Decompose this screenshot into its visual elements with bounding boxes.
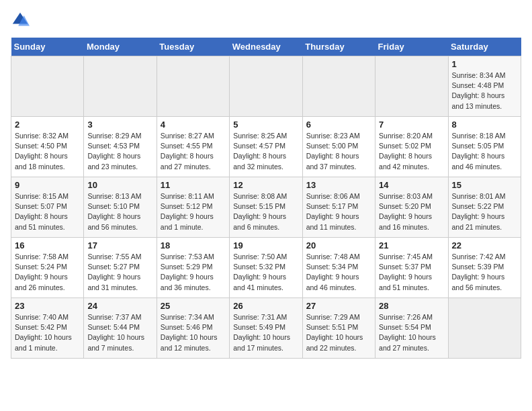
day-info: Sunrise: 7:48 AM Sunset: 5:34 PM Dayligh… <box>306 252 371 293</box>
day-info: Sunrise: 8:01 AM Sunset: 5:22 PM Dayligh… <box>452 191 517 232</box>
calendar-cell: 25Sunrise: 7:34 AM Sunset: 5:46 PM Dayli… <box>157 298 229 359</box>
day-info: Sunrise: 8:11 AM Sunset: 5:12 PM Dayligh… <box>161 191 226 232</box>
day-info: Sunrise: 8:18 AM Sunset: 5:05 PM Dayligh… <box>452 131 517 172</box>
calendar-cell <box>375 56 448 117</box>
calendar-cell: 27Sunrise: 7:29 AM Sunset: 5:51 PM Dayli… <box>302 298 375 359</box>
day-info: Sunrise: 7:40 AM Sunset: 5:42 PM Dayligh… <box>15 312 80 353</box>
calendar-cell: 17Sunrise: 7:55 AM Sunset: 5:27 PM Dayli… <box>84 238 157 298</box>
calendar-cell: 7Sunrise: 8:20 AM Sunset: 5:02 PM Daylig… <box>375 117 448 177</box>
calendar-cell: 24Sunrise: 7:37 AM Sunset: 5:44 PM Dayli… <box>84 298 157 359</box>
calendar-cell: 23Sunrise: 7:40 AM Sunset: 5:42 PM Dayli… <box>11 298 84 359</box>
day-info: Sunrise: 8:03 AM Sunset: 5:20 PM Dayligh… <box>379 191 444 232</box>
calendar-cell: 10Sunrise: 8:13 AM Sunset: 5:10 PM Dayli… <box>84 177 157 238</box>
day-info: Sunrise: 8:34 AM Sunset: 4:48 PM Dayligh… <box>452 71 517 111</box>
day-number: 1 <box>452 59 517 69</box>
day-info: Sunrise: 8:27 AM Sunset: 4:55 PM Dayligh… <box>161 131 226 172</box>
day-number: 9 <box>15 180 80 190</box>
day-info: Sunrise: 7:58 AM Sunset: 5:24 PM Dayligh… <box>15 252 80 293</box>
day-number: 12 <box>233 180 298 190</box>
day-info: Sunrise: 7:34 AM Sunset: 5:46 PM Dayligh… <box>161 312 226 353</box>
day-info: Sunrise: 8:20 AM Sunset: 5:02 PM Dayligh… <box>379 131 444 172</box>
calendar-cell <box>230 56 302 117</box>
day-info: Sunrise: 7:31 AM Sunset: 5:49 PM Dayligh… <box>233 312 298 353</box>
week-row-3: 9Sunrise: 8:15 AM Sunset: 5:07 PM Daylig… <box>11 177 521 238</box>
day-header-sunday: Sunday <box>11 38 84 56</box>
calendar-cell: 1Sunrise: 8:34 AM Sunset: 4:48 PM Daylig… <box>448 56 521 117</box>
day-info: Sunrise: 7:55 AM Sunset: 5:27 PM Dayligh… <box>87 252 152 293</box>
calendar-cell: 2Sunrise: 8:32 AM Sunset: 4:50 PM Daylig… <box>11 117 84 177</box>
day-number: 19 <box>233 240 298 250</box>
day-number: 15 <box>452 180 517 190</box>
day-info: Sunrise: 8:23 AM Sunset: 5:00 PM Dayligh… <box>306 131 371 172</box>
calendar-cell: 6Sunrise: 8:23 AM Sunset: 5:00 PM Daylig… <box>302 117 375 177</box>
day-info: Sunrise: 7:45 AM Sunset: 5:37 PM Dayligh… <box>379 252 444 293</box>
day-number: 11 <box>161 180 226 190</box>
day-info: Sunrise: 8:32 AM Sunset: 4:50 PM Dayligh… <box>15 131 80 172</box>
day-number: 5 <box>233 120 298 130</box>
day-header-wednesday: Wednesday <box>230 38 302 56</box>
day-number: 18 <box>161 240 226 250</box>
day-info: Sunrise: 8:13 AM Sunset: 5:10 PM Dayligh… <box>87 191 152 232</box>
calendar-cell: 26Sunrise: 7:31 AM Sunset: 5:49 PM Dayli… <box>230 298 302 359</box>
logo-icon <box>11 11 30 30</box>
calendar-cell <box>448 298 521 359</box>
day-number: 22 <box>452 240 517 250</box>
day-info: Sunrise: 8:15 AM Sunset: 5:07 PM Dayligh… <box>15 191 80 232</box>
calendar-cell <box>84 56 157 117</box>
calendar-header-row: SundayMondayTuesdayWednesdayThursdayFrid… <box>11 38 521 56</box>
day-number: 4 <box>161 120 226 130</box>
calendar-cell: 19Sunrise: 7:50 AM Sunset: 5:32 PM Dayli… <box>230 238 302 298</box>
day-number: 17 <box>87 240 152 250</box>
day-info: Sunrise: 7:42 AM Sunset: 5:39 PM Dayligh… <box>452 252 517 293</box>
calendar-cell: 12Sunrise: 8:08 AM Sunset: 5:15 PM Dayli… <box>230 177 302 238</box>
calendar-cell: 20Sunrise: 7:48 AM Sunset: 5:34 PM Dayli… <box>302 238 375 298</box>
day-info: Sunrise: 7:50 AM Sunset: 5:32 PM Dayligh… <box>233 252 298 293</box>
day-number: 7 <box>379 120 444 130</box>
calendar-cell <box>157 56 229 117</box>
calendar-cell: 5Sunrise: 8:25 AM Sunset: 4:57 PM Daylig… <box>230 117 302 177</box>
logo <box>11 11 32 30</box>
calendar-cell <box>11 56 84 117</box>
day-number: 26 <box>233 301 298 311</box>
day-info: Sunrise: 7:53 AM Sunset: 5:29 PM Dayligh… <box>161 252 226 293</box>
day-number: 21 <box>379 240 444 250</box>
day-info: Sunrise: 7:29 AM Sunset: 5:51 PM Dayligh… <box>306 312 371 353</box>
calendar-cell: 13Sunrise: 8:06 AM Sunset: 5:17 PM Dayli… <box>302 177 375 238</box>
day-number: 20 <box>306 240 371 250</box>
calendar-cell: 9Sunrise: 8:15 AM Sunset: 5:07 PM Daylig… <box>11 177 84 238</box>
day-number: 28 <box>379 301 444 311</box>
day-header-friday: Friday <box>375 38 448 56</box>
calendar-table: SundayMondayTuesdayWednesdayThursdayFrid… <box>11 38 521 359</box>
calendar-cell: 16Sunrise: 7:58 AM Sunset: 5:24 PM Dayli… <box>11 238 84 298</box>
day-number: 14 <box>379 180 444 190</box>
calendar-cell <box>302 56 375 117</box>
day-info: Sunrise: 8:29 AM Sunset: 4:53 PM Dayligh… <box>87 131 152 172</box>
day-number: 24 <box>87 301 152 311</box>
day-info: Sunrise: 7:26 AM Sunset: 5:54 PM Dayligh… <box>379 312 444 353</box>
calendar-cell: 18Sunrise: 7:53 AM Sunset: 5:29 PM Dayli… <box>157 238 229 298</box>
week-row-5: 23Sunrise: 7:40 AM Sunset: 5:42 PM Dayli… <box>11 298 521 359</box>
week-row-2: 2Sunrise: 8:32 AM Sunset: 4:50 PM Daylig… <box>11 117 521 177</box>
calendar-cell: 3Sunrise: 8:29 AM Sunset: 4:53 PM Daylig… <box>84 117 157 177</box>
day-header-tuesday: Tuesday <box>157 38 229 56</box>
day-number: 3 <box>87 120 152 130</box>
calendar-cell: 14Sunrise: 8:03 AM Sunset: 5:20 PM Dayli… <box>375 177 448 238</box>
day-header-saturday: Saturday <box>448 38 521 56</box>
day-header-monday: Monday <box>84 38 157 56</box>
day-number: 2 <box>15 120 80 130</box>
day-info: Sunrise: 7:37 AM Sunset: 5:44 PM Dayligh… <box>87 312 152 353</box>
day-number: 13 <box>306 180 371 190</box>
day-header-thursday: Thursday <box>302 38 375 56</box>
calendar-cell: 21Sunrise: 7:45 AM Sunset: 5:37 PM Dayli… <box>375 238 448 298</box>
calendar-cell: 22Sunrise: 7:42 AM Sunset: 5:39 PM Dayli… <box>448 238 521 298</box>
calendar-cell: 11Sunrise: 8:11 AM Sunset: 5:12 PM Dayli… <box>157 177 229 238</box>
calendar-cell: 4Sunrise: 8:27 AM Sunset: 4:55 PM Daylig… <box>157 117 229 177</box>
calendar-cell: 8Sunrise: 8:18 AM Sunset: 5:05 PM Daylig… <box>448 117 521 177</box>
day-info: Sunrise: 8:08 AM Sunset: 5:15 PM Dayligh… <box>233 191 298 232</box>
calendar-cell: 15Sunrise: 8:01 AM Sunset: 5:22 PM Dayli… <box>448 177 521 238</box>
day-number: 8 <box>452 120 517 130</box>
week-row-1: 1Sunrise: 8:34 AM Sunset: 4:48 PM Daylig… <box>11 56 521 117</box>
page-header <box>11 11 521 30</box>
day-number: 23 <box>15 301 80 311</box>
day-number: 6 <box>306 120 371 130</box>
